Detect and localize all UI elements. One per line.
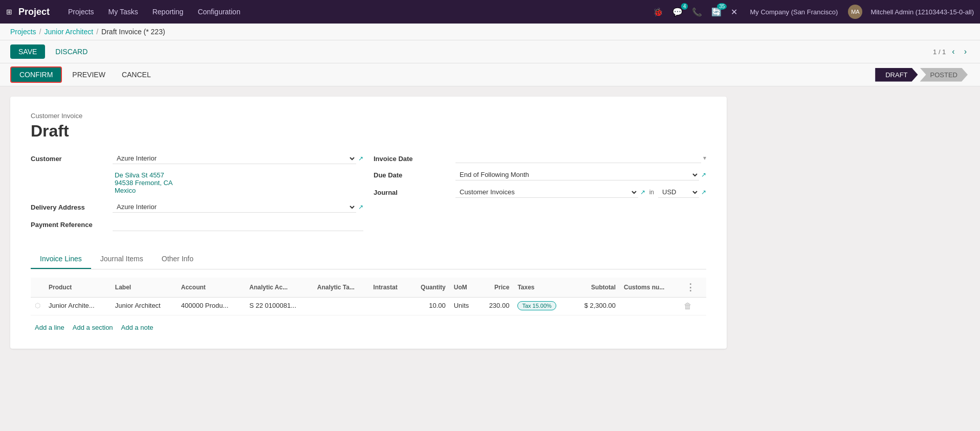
discard-button[interactable]: DISCARD	[49, 44, 94, 59]
breadcrumb-sep-1: /	[39, 28, 41, 36]
cell-analytic-ta[interactable]	[313, 298, 369, 315]
phone-icon[interactable]: 📞	[690, 5, 704, 19]
col-analytic-ta: Analytic Ta...	[313, 278, 369, 298]
breadcrumb-current: Draft Invoice (* 223)	[101, 28, 165, 36]
due-date-select[interactable]: End of Following Month	[455, 169, 699, 180]
col-taxes: Taxes	[513, 278, 571, 298]
payment-reference-value[interactable]	[113, 219, 363, 231]
due-date-label: Due Date	[374, 169, 455, 179]
journal-control: Customer Invoices ↗ in USD ↗	[455, 187, 706, 198]
cancel-button[interactable]: CANCEL	[116, 67, 157, 82]
cell-account[interactable]: 400000 Produ...	[177, 298, 245, 315]
col-analytic-ac: Analytic Ac...	[245, 278, 313, 298]
currency-select[interactable]: USD	[658, 187, 699, 198]
cell-product[interactable]: Junior Archite...	[45, 298, 111, 315]
add-note-link[interactable]: Add a note	[121, 324, 154, 331]
journal-external-link-icon[interactable]: ↗	[640, 189, 645, 196]
payment-reference-label: Payment Reference	[31, 219, 113, 229]
invoice-card: Customer Invoice Draft Customer Azure In…	[10, 97, 727, 349]
top-navigation: ⊞ Project Projects My Tasks Reporting Co…	[0, 0, 980, 24]
customer-select[interactable]: Azure Interior	[113, 153, 356, 164]
cell-subtotal: $ 2,300.00	[571, 298, 620, 315]
preview-button[interactable]: PREVIEW	[66, 67, 112, 82]
confirm-button[interactable]: CONFIRM	[10, 66, 62, 83]
pagination-text: 1 / 1	[933, 48, 946, 56]
cell-label[interactable]: Junior Architect	[111, 298, 177, 315]
tab-other-info[interactable]: Other Info	[153, 249, 203, 269]
col-quantity: Quantity	[409, 278, 450, 298]
delivery-address-select[interactable]: Azure Interior	[113, 201, 356, 213]
customer-address-row: De Silva St 4557 94538 Fremont, CA Mexic…	[31, 170, 363, 195]
customer-field-row: Customer Azure Interior ↗	[31, 153, 363, 164]
chat-icon[interactable]: 💬4	[670, 5, 685, 19]
cell-quantity[interactable]: 10.00	[409, 298, 450, 315]
nav-configuration[interactable]: Configuration	[191, 6, 246, 18]
invoice-tabs: Invoice Lines Journal Items Other Info	[31, 249, 706, 269]
prev-page-button[interactable]: ‹	[949, 46, 957, 57]
add-section-link[interactable]: Add a section	[73, 324, 113, 331]
invoice-status-title: Draft	[31, 122, 706, 141]
invoice-lines-table: Product Label Account Analytic Ac... Ana…	[31, 278, 706, 315]
breadcrumb-sep-2: /	[96, 28, 98, 36]
breadcrumb-junior-architect[interactable]: Junior Architect	[44, 28, 93, 36]
col-drag	[31, 278, 45, 298]
cell-analytic-ac[interactable]: S 22 0100081...	[245, 298, 313, 315]
breadcrumb: Projects / Junior Architect / Draft Invo…	[0, 24, 980, 40]
delete-row-button[interactable]: 🗑	[684, 302, 692, 311]
due-date-external-link-icon[interactable]: ↗	[701, 171, 706, 178]
left-column: Customer Azure Interior ↗ De Silva St 45…	[31, 153, 363, 237]
customer-address-label-spacer	[31, 170, 113, 172]
nav-projects[interactable]: Projects	[62, 6, 100, 18]
refresh-icon[interactable]: 🔄35	[709, 5, 724, 19]
cell-delete: 🗑	[680, 298, 706, 315]
delivery-address-field-row: Delivery Address Azure Interior ↗	[31, 201, 363, 213]
due-date-field-row: Due Date End of Following Month ↗	[374, 169, 706, 180]
nav-reporting[interactable]: Reporting	[146, 6, 190, 18]
journal-in-label: in	[649, 189, 654, 196]
journal-field-row: Journal Customer Invoices ↗ in USD ↗	[374, 187, 706, 198]
journal-select[interactable]: Customer Invoices	[455, 187, 638, 198]
cell-taxes: Tax 15.00%	[513, 298, 571, 315]
col-uom: UoM	[450, 278, 478, 298]
status-posted[interactable]: POSTED	[920, 68, 968, 82]
cell-customs[interactable]	[620, 298, 680, 315]
app-grid-icon[interactable]: ⊞	[6, 8, 12, 16]
col-price: Price	[478, 278, 514, 298]
drag-handle-icon[interactable]: ⬡	[35, 302, 40, 309]
tax-badge[interactable]: Tax 15.00%	[517, 301, 556, 310]
col-actions: ⋮	[680, 278, 706, 298]
save-button[interactable]: SAVE	[10, 44, 45, 59]
settings-icon[interactable]: ✕	[729, 5, 739, 19]
breadcrumb-projects[interactable]: Projects	[10, 28, 36, 36]
due-date-control: End of Following Month ↗	[455, 169, 706, 180]
next-page-button[interactable]: ›	[961, 46, 970, 57]
invoice-date-control: ▾	[455, 153, 706, 163]
customer-external-link-icon[interactable]: ↗	[358, 155, 363, 162]
column-menu-icon[interactable]: ⋮	[684, 282, 697, 292]
customer-label: Customer	[31, 153, 113, 163]
tab-journal-items[interactable]: Journal Items	[91, 249, 153, 269]
status-draft[interactable]: DRAFT	[875, 68, 918, 82]
col-label: Label	[111, 278, 177, 298]
user-avatar[interactable]: MA	[848, 5, 862, 19]
col-subtotal: Subtotal	[571, 278, 620, 298]
customer-address: De Silva St 4557 94538 Fremont, CA Mexic…	[113, 170, 363, 195]
invoice-date-input[interactable]	[455, 153, 701, 163]
delivery-address-external-link-icon[interactable]: ↗	[358, 203, 363, 211]
col-account: Account	[177, 278, 245, 298]
action-bar: SAVE DISCARD 1 / 1 ‹ ›	[0, 40, 980, 63]
add-line-link[interactable]: Add a line	[35, 324, 64, 331]
debug-icon[interactable]: 🐞	[651, 5, 665, 19]
main-content: Customer Invoice Draft Customer Azure In…	[0, 86, 980, 431]
company-name: My Company (San Francisco)	[750, 8, 838, 16]
delivery-address-control: Azure Interior ↗	[113, 201, 363, 213]
nav-my-tasks[interactable]: My Tasks	[102, 6, 144, 18]
col-product: Product	[45, 278, 111, 298]
refresh-badge: 35	[717, 3, 727, 10]
cell-price[interactable]: 230.00	[478, 298, 514, 315]
currency-external-link-icon[interactable]: ↗	[701, 189, 706, 196]
cell-intrastat[interactable]	[369, 298, 409, 315]
address-line-1: De Silva St 4557	[115, 171, 361, 179]
tab-invoice-lines[interactable]: Invoice Lines	[31, 249, 91, 269]
cell-uom[interactable]: Units	[450, 298, 478, 315]
